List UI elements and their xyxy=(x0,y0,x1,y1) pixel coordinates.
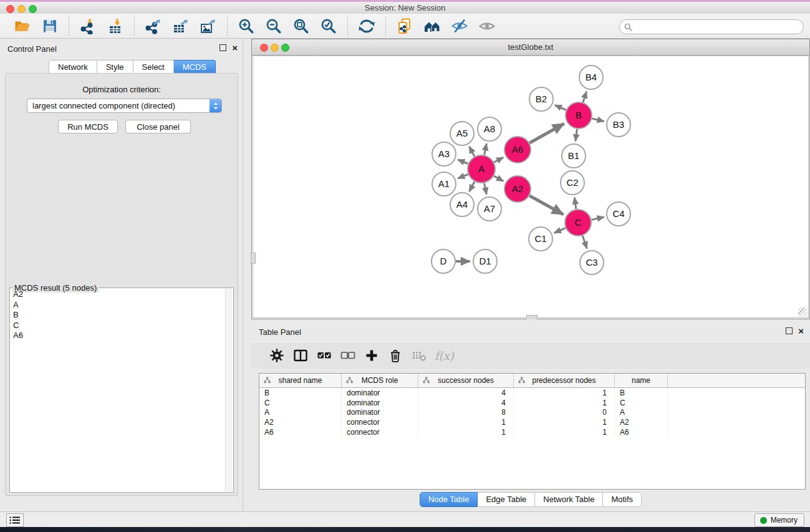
tab-style[interactable]: Style xyxy=(97,60,133,74)
graph-edge-A-A7[interactable] xyxy=(485,183,487,195)
graph-node-C[interactable]: C xyxy=(565,210,591,236)
graph-edge-B-B3[interactable] xyxy=(592,118,604,122)
graph-edge-C-C3[interactable] xyxy=(582,236,587,249)
table-cell[interactable]: dominator xyxy=(342,408,418,418)
refresh-icon[interactable] xyxy=(359,18,375,34)
select-all-icon[interactable] xyxy=(316,347,332,364)
network-canvas[interactable]: B4B2BB3A5A8A6B1A3AC2A1A2A4A7C4CC1C3DD1 xyxy=(253,56,809,318)
graph-node-A[interactable]: A xyxy=(468,155,495,183)
app-titlebar[interactable]: Session: New Session xyxy=(0,2,810,14)
mcds-result-item[interactable]: A2 xyxy=(11,289,226,300)
table-tab-node-table[interactable]: Node Table xyxy=(420,492,478,507)
table-cell[interactable]: dominator xyxy=(342,388,418,398)
graph-node-A1[interactable]: A1 xyxy=(432,172,456,196)
graph-node-B4[interactable]: B4 xyxy=(579,65,603,89)
result-scrollbar[interactable] xyxy=(225,289,233,491)
table-row[interactable]: Adominator80A xyxy=(259,408,805,418)
graph-node-A5[interactable]: A5 xyxy=(450,122,474,145)
table-cell[interactable]: 1 xyxy=(514,388,615,398)
table-tab-edge-table[interactable]: Edge Table xyxy=(478,492,535,507)
graph-node-C4[interactable]: C4 xyxy=(607,202,630,226)
eye-slash-icon[interactable] xyxy=(451,18,468,34)
tab-mcds[interactable]: MCDS xyxy=(174,60,216,74)
mcds-result-item[interactable]: B xyxy=(11,310,226,321)
close-table-panel-icon[interactable]: × xyxy=(798,327,804,334)
table-cell[interactable]: B xyxy=(615,388,668,398)
graph-edge-A-A6[interactable] xyxy=(494,157,503,162)
graph-node-A4[interactable]: A4 xyxy=(450,193,474,216)
mcds-result-list[interactable]: A2ABCA6 xyxy=(11,289,226,491)
float-panel-icon[interactable] xyxy=(219,44,226,51)
table-cell[interactable]: A2 xyxy=(615,417,668,427)
graph-edge-C-C1[interactable] xyxy=(554,228,566,233)
home-icon[interactable] xyxy=(424,18,440,34)
graph-edge-B-B2[interactable] xyxy=(555,105,566,110)
table-cell[interactable]: 8 xyxy=(418,408,514,418)
search-input[interactable] xyxy=(635,21,803,33)
graph-node-C1[interactable]: C1 xyxy=(529,227,552,251)
clone-network-icon[interactable] xyxy=(397,18,413,34)
graph-edge-A-A5[interactable] xyxy=(469,147,475,157)
graph-node-B1[interactable]: B1 xyxy=(562,144,586,168)
zoom-in-icon[interactable] xyxy=(238,18,254,34)
gear-icon[interactable] xyxy=(269,347,285,364)
graph-edge-A6-B[interactable] xyxy=(529,123,564,143)
mcds-result-item[interactable]: A6 xyxy=(11,331,226,341)
export-image-icon[interactable] xyxy=(200,18,216,34)
graph-node-B[interactable]: B xyxy=(566,102,592,128)
graph-node-B3[interactable]: B3 xyxy=(607,113,630,137)
task-history-button[interactable] xyxy=(6,513,24,527)
mcds-result-item[interactable]: A xyxy=(11,300,226,311)
table-cell[interactable]: 1 xyxy=(514,427,615,437)
table-row[interactable]: A2connector11A2 xyxy=(259,417,805,427)
table-row[interactable]: A6connector11A6 xyxy=(259,427,805,437)
table-cell[interactable]: C xyxy=(259,398,342,408)
table-cell[interactable]: 4 xyxy=(418,388,514,398)
save-icon[interactable] xyxy=(42,18,58,34)
window-resize-grip[interactable] xyxy=(798,307,807,316)
graph-edge-C-C4[interactable] xyxy=(592,217,604,220)
mcds-result-item[interactable]: C xyxy=(11,321,226,331)
split-columns-icon[interactable] xyxy=(292,347,309,364)
delete-icon[interactable] xyxy=(387,347,403,364)
zoom-selected-icon[interactable] xyxy=(321,18,337,34)
add-icon[interactable] xyxy=(364,347,380,364)
graph-node-A2[interactable]: A2 xyxy=(504,176,531,202)
table-cell[interactable]: dominator xyxy=(342,398,418,408)
table-row[interactable]: Bdominator41B xyxy=(259,388,805,398)
export-table-icon[interactable] xyxy=(173,18,189,34)
zoom-out-icon[interactable] xyxy=(266,18,282,34)
network-window-titlebar[interactable]: testGlobe.txt xyxy=(252,39,809,56)
run-mcds-button[interactable]: Run MCDS xyxy=(58,120,118,133)
table-cell[interactable]: 4 xyxy=(418,398,514,408)
column-header-MCDS-role[interactable]: MCDS role xyxy=(342,374,418,387)
column-header-name[interactable]: name xyxy=(615,374,668,387)
graph-node-C2[interactable]: C2 xyxy=(561,171,584,195)
column-header-successor-nodes[interactable]: successor nodes xyxy=(418,374,514,387)
table-cell[interactable]: A6 xyxy=(615,427,668,437)
import-table-icon[interactable] xyxy=(107,18,123,34)
table-cell[interactable]: A xyxy=(259,408,342,418)
table-cell[interactable]: 1 xyxy=(418,417,514,427)
network-left-grip[interactable] xyxy=(251,253,256,264)
graph-edge-A-A1[interactable] xyxy=(458,175,468,179)
zoom-fit-icon[interactable] xyxy=(293,18,309,34)
table-cell[interactable]: A xyxy=(615,408,668,418)
graph-edge-A-A8[interactable] xyxy=(485,143,487,155)
close-panel-button[interactable]: Close panel xyxy=(125,120,191,133)
graph-edge-A-A4[interactable] xyxy=(469,181,475,191)
tab-select[interactable]: Select xyxy=(133,60,174,74)
table-row[interactable]: Cdominator41C xyxy=(259,398,805,408)
graph-node-A8[interactable]: A8 xyxy=(478,117,501,141)
graph-node-C3[interactable]: C3 xyxy=(580,251,604,274)
graph-edge-B-B4[interactable] xyxy=(583,92,587,103)
graph-edge-B-B1[interactable] xyxy=(576,129,577,142)
graph-node-D[interactable]: D xyxy=(432,249,455,273)
graph-node-A6[interactable]: A6 xyxy=(504,137,531,163)
table-cell[interactable]: A2 xyxy=(259,417,342,427)
table-cell[interactable]: 1 xyxy=(418,427,514,437)
graph-edge-A2-C[interactable] xyxy=(529,196,563,215)
graph-edge-C-C2[interactable] xyxy=(574,198,576,210)
open-icon[interactable] xyxy=(14,18,31,34)
graph-edge-A-A2[interactable] xyxy=(494,176,503,181)
